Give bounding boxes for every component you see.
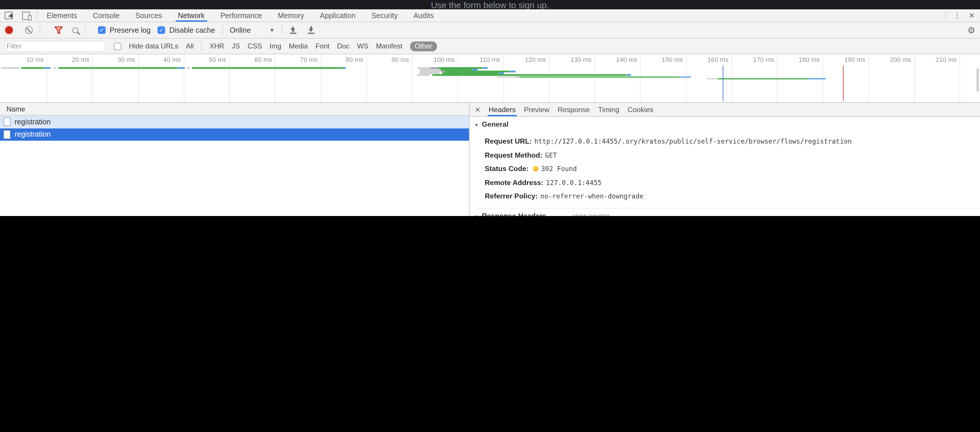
ruler-tick-label: 140 ms: [616, 56, 637, 63]
filter-type-media[interactable]: Media: [289, 42, 308, 50]
filter-type-font[interactable]: Font: [316, 42, 329, 50]
waterfall-bar-segment: [21, 67, 45, 69]
ruler-tick-label: 40 ms: [163, 56, 181, 63]
overview-scrollbar-thumb[interactable]: [977, 68, 979, 92]
gridline: [640, 54, 641, 102]
filter-type-xhr[interactable]: XHR: [209, 42, 224, 50]
waterfall-overview[interactable]: 10 ms20 ms30 ms40 ms50 ms60 ms70 ms80 ms…: [0, 54, 980, 103]
filter-type-ws[interactable]: WS: [357, 42, 368, 50]
waterfall-bar-segment: [519, 76, 680, 78]
settings-gear-icon[interactable]: ⚙: [967, 25, 975, 35]
record-button[interactable]: [5, 26, 13, 34]
section-title: Response Headers: [482, 212, 546, 216]
view-source-link[interactable]: view source: [573, 212, 609, 216]
header-value: no-referrer-when-downgrade: [540, 193, 643, 200]
disable-cache-label[interactable]: Disable cache: [169, 26, 215, 34]
triangle-down-icon: ▼: [474, 214, 479, 216]
filter-type-manifest[interactable]: Manifest: [376, 42, 402, 50]
filter-type-all[interactable]: All: [186, 42, 194, 50]
tab-security[interactable]: Security: [371, 10, 398, 22]
network-main: Name registrationregistration 2 / 10 req…: [0, 103, 980, 216]
section-response-headers: ▼Response Headersview sourceConnection: …: [474, 208, 980, 216]
close-devtools-icon[interactable]: ✕: [969, 11, 975, 20]
gridline: [184, 54, 185, 102]
ruler-tick-label: 120 ms: [525, 56, 546, 63]
tab-performance[interactable]: Performance: [220, 10, 262, 22]
gridline: [503, 54, 504, 102]
waterfall-bar-segment: [440, 69, 472, 70]
tab-audits[interactable]: Audits: [413, 10, 434, 22]
filter-toggle-icon[interactable]: [54, 26, 63, 34]
ruler-tick-label: 70 ms: [300, 56, 318, 63]
filter-input[interactable]: [4, 41, 106, 52]
gridline: [549, 54, 549, 102]
filter-type-css[interactable]: CSS: [248, 42, 262, 50]
waterfall-bar-segment: [445, 71, 509, 72]
request-name: registration: [14, 118, 51, 126]
search-icon[interactable]: [72, 27, 78, 33]
header-value: 302 Found: [541, 165, 577, 173]
ruler-tick-label: 200 ms: [890, 56, 911, 63]
details-tabbar: ✕ HeadersPreviewResponseTimingCookies: [469, 103, 980, 117]
filter-type-js[interactable]: JS: [232, 42, 240, 50]
headers-content: ▼GeneralRequest URL: http://127.0.0.1:44…: [469, 117, 980, 216]
request-name: registration: [14, 131, 51, 139]
divider: [222, 26, 223, 34]
gridline: [686, 54, 686, 102]
section-header[interactable]: ▼General: [474, 120, 977, 132]
section-header[interactable]: ▼Response Headersview source: [474, 212, 977, 216]
waterfall-bar-segment: [509, 71, 515, 72]
details-tab-preview[interactable]: Preview: [524, 103, 549, 116]
waterfall-bar-segment: [1, 67, 20, 69]
waterfall-bar-segment: [192, 67, 344, 69]
waterfall-bar-segment: [417, 75, 430, 76]
device-toolbar-icon[interactable]: [22, 11, 30, 19]
ruler-tick-label: 60 ms: [255, 56, 272, 63]
inspect-element-icon[interactable]: [5, 12, 13, 19]
tab-application[interactable]: Application: [320, 10, 356, 22]
request-row[interactable]: registration: [0, 116, 469, 128]
ruler-tick-label: 20 ms: [72, 56, 89, 63]
waterfall-bar-segment: [418, 67, 431, 69]
clear-requests-icon[interactable]: [25, 26, 33, 34]
name-column-label: Name: [6, 105, 25, 113]
hide-data-urls-label[interactable]: Hide data URLs: [129, 42, 178, 50]
waterfall-bar-segment: [483, 67, 488, 69]
more-options-icon[interactable]: ⋮: [953, 11, 961, 20]
details-tab-timing[interactable]: Timing: [598, 103, 619, 116]
header-label: Request Method:: [485, 151, 542, 159]
gridline: [138, 54, 138, 102]
ruler-tick-label: 110 ms: [479, 56, 500, 63]
gridline: [959, 54, 960, 102]
tab-memory[interactable]: Memory: [278, 10, 304, 22]
throttling-dropdown[interactable]: Online ▼: [229, 26, 274, 34]
tab-sources[interactable]: Sources: [135, 10, 162, 22]
tab-elements[interactable]: Elements: [47, 10, 77, 22]
disable-cache-checkbox[interactable]: ✓: [158, 26, 165, 34]
ruler-tick-label: 170 ms: [753, 56, 774, 63]
ruler-tick-label: 150 ms: [662, 56, 683, 63]
tab-network[interactable]: Network: [178, 10, 205, 22]
request-rows: registrationregistration: [0, 116, 469, 141]
tab-console[interactable]: Console: [93, 10, 119, 22]
import-har-icon[interactable]: [290, 26, 297, 34]
ruler-tick-label: 90 ms: [391, 56, 409, 63]
hide-data-urls-checkbox[interactable]: [114, 42, 121, 50]
header-label: Request URL:: [485, 137, 532, 145]
filter-type-other[interactable]: Other: [410, 41, 437, 51]
filter-type-img[interactable]: Img: [269, 42, 281, 50]
preserve-log-checkbox[interactable]: ✓: [98, 26, 106, 34]
header-row: Status Code: 302 Found: [474, 162, 977, 175]
filter-type-doc[interactable]: Doc: [337, 42, 350, 50]
details-tab-response[interactable]: Response: [558, 103, 590, 116]
export-har-icon[interactable]: [307, 26, 315, 34]
divider: [282, 26, 282, 34]
ruler-tick-label: 190 ms: [845, 56, 865, 63]
details-tab-headers[interactable]: Headers: [488, 103, 515, 116]
details-tab-cookies[interactable]: Cookies: [627, 103, 653, 116]
name-column-header[interactable]: Name: [0, 103, 469, 116]
request-row[interactable]: registration: [0, 128, 469, 141]
preserve-log-label[interactable]: Preserve log: [110, 26, 151, 34]
waterfall-bar-segment: [627, 75, 631, 76]
close-details-icon[interactable]: ✕: [475, 105, 480, 113]
